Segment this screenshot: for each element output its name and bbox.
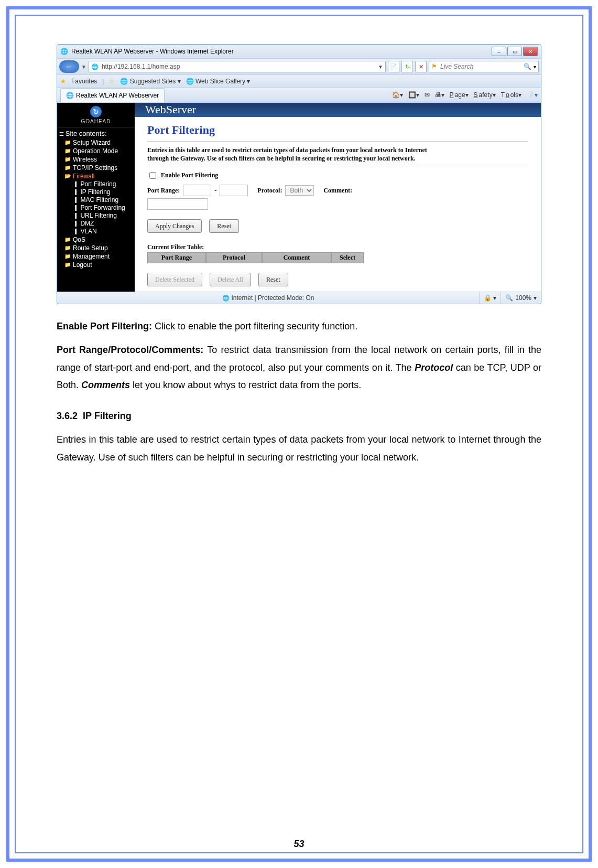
folder-icon: 📁 <box>64 147 71 155</box>
sidebar-item-firewall[interactable]: 📂Firewall <box>64 172 133 180</box>
folder-icon: 📁 <box>64 235 71 244</box>
web-slice-link[interactable]: 🌐 Web Slice Gallery ▾ <box>186 78 251 85</box>
address-bar[interactable]: 🌐 ▼ <box>89 61 386 72</box>
ie-icon: 🌐 <box>60 48 68 55</box>
zoom-control[interactable]: 🔍 100% ▾ <box>501 292 541 304</box>
enable-row: Enable Port Filtering <box>147 170 528 180</box>
sidebar-item-setup-wizard[interactable]: 📁Setup Wizard <box>64 138 133 147</box>
tools-menu[interactable]: Tools▾ <box>501 91 521 99</box>
reset-button[interactable]: Reset <box>209 219 239 233</box>
main-content: Port Filtering Entries in this table are… <box>135 117 541 292</box>
sidebar-item-port-forwarding[interactable]: ▌Port Forwarding <box>75 204 133 212</box>
search-input[interactable] <box>439 62 521 71</box>
port-range-row: Port Range: - Protocol: Both Comment: <box>147 185 528 196</box>
window-title: Realtek WLAN AP Webserver - Windows Inte… <box>71 48 491 55</box>
folder-icon: 📁 <box>64 164 71 172</box>
feeds-button[interactable]: 🔲▾ <box>408 91 419 99</box>
port-end-input[interactable] <box>220 185 248 196</box>
sidebar-item-wireless[interactable]: 📁Wireless <box>64 155 133 164</box>
comment-input[interactable] <box>147 198 208 210</box>
page-number: 53 <box>0 839 598 850</box>
favorites-add-icon[interactable]: ☆ <box>109 78 115 85</box>
favorites-bar: ★ Favorites | ☆ 🌐 Suggested Sites ▾ 🌐 We… <box>57 75 541 88</box>
comment-label: Comment: <box>323 187 352 195</box>
search-bar[interactable]: ⚑ 🔍 ▾ <box>429 61 539 72</box>
search-go-icon[interactable]: 🔍 <box>524 63 531 70</box>
sidebar-item-port-filtering[interactable]: ▌Port Filtering <box>75 180 133 188</box>
tab-webserver[interactable]: 🌐 Realtek WLAN AP Webserver <box>60 88 165 102</box>
sidebar-item-qos[interactable]: 📁QoS <box>64 235 133 244</box>
status-mode: Internet | Protected Mode: On <box>232 294 314 302</box>
page-icon: ▌ <box>75 220 78 228</box>
page-icon: ▌ <box>75 196 78 204</box>
status-bar: 🌐 Internet | Protected Mode: On 🔒 ▾ 🔍 10… <box>57 292 541 304</box>
sidebar-item-logout[interactable]: 📁Logout <box>64 261 133 269</box>
window-titlebar: 🌐 Realtek WLAN AP Webserver - Windows In… <box>57 45 541 59</box>
paragraph-portrange: Port Range/Protocol/Comments: To restric… <box>57 341 541 394</box>
protocol-select[interactable]: Both <box>285 185 314 196</box>
port-start-input[interactable] <box>183 185 211 196</box>
back-forward-buttons[interactable]: ← <box>59 60 79 73</box>
favorites-label[interactable]: Favorites <box>71 78 97 85</box>
search-dropdown-icon[interactable]: ▾ <box>534 64 536 70</box>
command-bar: 🏠▾ 🔲▾ ✉ 🖶▾ PPageage▾ Safety▾ Tools▾ ❔▾ <box>392 91 538 99</box>
safety-menu[interactable]: Safety▾ <box>474 91 496 99</box>
reset2-button[interactable]: Reset <box>258 273 288 286</box>
compat-view-button[interactable]: 📄 <box>388 61 399 72</box>
page-icon: ▌ <box>75 180 78 188</box>
port-range-label: Port Range: <box>147 187 180 195</box>
sidebar-item-route-setup[interactable]: 📁Route Setup <box>64 244 133 252</box>
print-button[interactable]: 🖶▾ <box>435 91 444 99</box>
description: Entries in this table are used to restri… <box>147 146 441 163</box>
sidebar-item-mac-filtering[interactable]: ▌MAC Filtering <box>75 196 133 204</box>
maximize-button[interactable]: ▭ <box>507 47 522 56</box>
paragraph-ipfiltering: Entries in this table are used to restri… <box>57 431 541 466</box>
table-caption: Current Filter Table: <box>147 243 528 251</box>
folder-icon: 📁 <box>64 155 71 164</box>
help-button[interactable]: ❔▾ <box>527 91 538 99</box>
delete-selected-button[interactable]: Delete Selected <box>147 273 202 286</box>
ie-window: 🌐 Realtek WLAN AP Webserver - Windows In… <box>57 44 541 304</box>
status-security[interactable]: 🔒 ▾ <box>479 292 501 304</box>
stop-button[interactable]: ✕ <box>415 61 427 72</box>
banner: WebServer <box>135 103 541 117</box>
sidebar-item-management[interactable]: 📁Management <box>64 252 133 261</box>
url-input[interactable] <box>101 62 376 71</box>
refresh-button[interactable]: ↻ <box>401 61 413 72</box>
sidebar-item-ip-filtering[interactable]: ▌IP Filtering <box>75 188 133 196</box>
sidebar: ↻ GOAHEAD Site contents: 📁Setup Wizard 📁… <box>57 103 135 292</box>
search-provider-icon: ⚑ <box>431 63 437 70</box>
document-body: Enable Port Filtering: Click to enable t… <box>57 318 541 466</box>
enable-checkbox[interactable] <box>149 172 156 179</box>
sidebar-item-operation-mode[interactable]: 📁Operation Mode <box>64 147 133 155</box>
delete-all-button[interactable]: Delete All <box>210 273 251 286</box>
home-button[interactable]: 🏠▾ <box>392 91 403 99</box>
sidebar-item-url-filtering[interactable]: ▌URL Filtering <box>75 212 133 220</box>
sidebar-item-vlan[interactable]: ▌VLAN <box>75 228 133 235</box>
apply-button[interactable]: Apply Changes <box>147 219 202 233</box>
address-dropdown-icon[interactable]: ▼ <box>378 64 383 70</box>
sidebar-item-dmz[interactable]: ▌DMZ <box>75 220 133 228</box>
brand-label: GOAHEAD <box>81 119 111 124</box>
th-select: Select <box>331 252 364 263</box>
folder-icon: 📁 <box>64 244 71 252</box>
page-icon: 🌐 <box>91 63 99 70</box>
tab-icon: 🌐 <box>66 92 74 99</box>
page-icon: ▌ <box>75 212 78 220</box>
mail-button[interactable]: ✉ <box>425 91 430 99</box>
folder-icon: 📁 <box>64 261 71 269</box>
nav-tree: Site contents: 📁Setup Wizard 📁Operation … <box>57 127 135 270</box>
internet-zone-icon: 🌐 <box>222 295 230 302</box>
tab-label: Realtek WLAN AP Webserver <box>76 92 159 99</box>
router-page: ↻ GOAHEAD Site contents: 📁Setup Wizard 📁… <box>57 102 541 292</box>
sidebar-item-tcpip[interactable]: 📁TCP/IP Settings <box>64 164 133 172</box>
page-menu[interactable]: PPageage▾ <box>450 91 469 99</box>
favorites-star-icon[interactable]: ★ <box>60 78 66 85</box>
logo-icon: ↻ <box>90 106 102 117</box>
dropdown-icon[interactable]: ▼ <box>81 64 86 70</box>
close-button[interactable]: ✕ <box>523 47 538 56</box>
th-protocol: Protocol <box>206 252 262 263</box>
section-heading: 3.6.2 IP Filtering <box>57 408 541 425</box>
suggested-sites-link[interactable]: 🌐 Suggested Sites ▾ <box>120 78 180 85</box>
minimize-button[interactable]: – <box>492 47 506 56</box>
